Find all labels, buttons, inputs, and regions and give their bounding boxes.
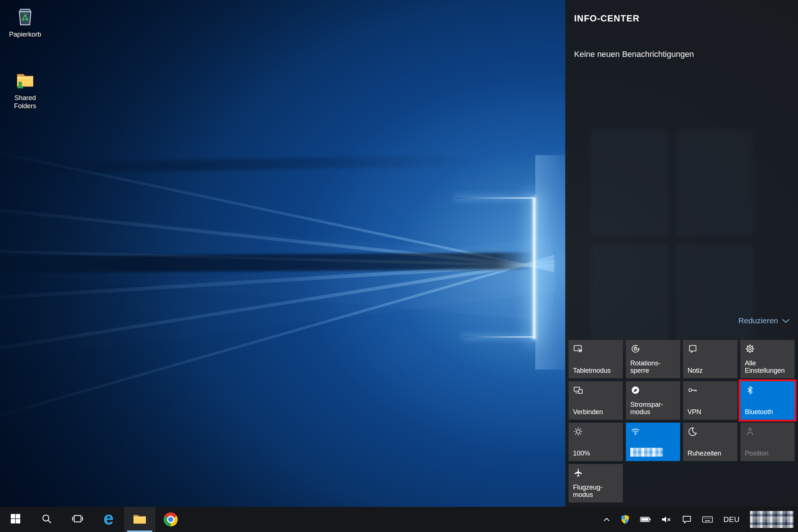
quiet-hours-moon-icon: [688, 426, 733, 437]
no-notifications-text: Keine neuen Benachrichtigungen: [574, 50, 694, 59]
tile-label: Notiz: [688, 367, 733, 375]
chrome-icon: [164, 512, 178, 526]
light-beam: [0, 259, 555, 358]
tile-rotation-lock[interactable]: Rotations-sperre: [626, 340, 680, 378]
system-tray: DEU: [603, 507, 798, 532]
bluetooth-icon: [745, 385, 790, 395]
window-edge-glow: [464, 336, 534, 338]
tile-airplane-mode[interactable]: Flugzeug-modus: [569, 464, 623, 502]
shared-folders-icon: [14, 69, 36, 92]
tile-label: Alle Einstellungen: [745, 359, 790, 375]
action-center-icon[interactable]: [682, 515, 692, 524]
tile-tablet-mode[interactable]: Tabletmodus: [569, 340, 623, 378]
note-icon: [688, 344, 733, 354]
tile-label: Ruhezeiten: [688, 450, 733, 457]
tray-expand-chevron-icon[interactable]: [603, 517, 610, 522]
airplane-icon: [573, 468, 618, 478]
tile-label: Position: [745, 450, 790, 457]
window-edge-glow: [456, 197, 534, 199]
task-view-icon: [72, 513, 83, 526]
tile-label: Rotations-sperre: [630, 359, 676, 375]
location-icon: [745, 426, 790, 437]
light-beam: [0, 255, 555, 422]
wifi-icon: [630, 426, 676, 437]
taskbar: e: [0, 507, 798, 532]
tile-label: Verbinden: [573, 408, 618, 416]
tile-battery-saver[interactable]: Stromspar-modus: [626, 381, 680, 420]
action-center-title: INFO-CENTER: [574, 13, 640, 24]
recycle-bin-icon: [14, 5, 36, 29]
edge-button[interactable]: e: [93, 507, 124, 532]
battery-icon[interactable]: [640, 516, 651, 523]
action-center-panel: INFO-CENTER Keine neuen Benachrichtigung…: [565, 0, 798, 507]
quick-actions-grid: Tabletmodus Rotations-sperre Notiz: [569, 340, 795, 502]
search-icon: [41, 513, 52, 526]
desktop-icon-label: Papierkorb: [9, 30, 41, 39]
start-button[interactable]: [0, 507, 31, 532]
collapse-label: Reduzieren: [739, 316, 778, 325]
tile-brightness[interactable]: 100%: [569, 423, 623, 461]
tile-all-settings[interactable]: Alle Einstellungen: [740, 340, 795, 378]
search-button[interactable]: [31, 507, 62, 532]
tile-location: Position: [740, 423, 795, 461]
chevron-down-icon: [782, 316, 790, 325]
rotation-lock-icon: [630, 344, 676, 354]
battery-saver-icon: [630, 385, 676, 395]
tile-bluetooth[interactable]: Bluetooth: [740, 381, 795, 420]
edge-icon: e: [103, 509, 114, 528]
tile-connect[interactable]: Verbinden: [569, 381, 623, 420]
file-explorer-icon: [132, 512, 147, 526]
language-indicator[interactable]: DEU: [723, 515, 740, 524]
brightness-icon: [573, 426, 618, 437]
tile-label: Flugzeug-modus: [573, 484, 618, 499]
tile-label: Bluetooth: [745, 408, 790, 416]
task-view-button[interactable]: [62, 507, 93, 532]
window-glow: [535, 155, 565, 369]
wallpaper-dark-band: [0, 155, 480, 174]
settings-gear-icon: [745, 344, 790, 354]
wifi-network-name-redacted: [630, 448, 663, 457]
tile-note[interactable]: Notiz: [683, 340, 737, 378]
vpn-icon: [688, 385, 733, 395]
volume-muted-icon[interactable]: [661, 515, 672, 524]
windows-start-icon: [10, 514, 21, 525]
file-explorer-button[interactable]: [124, 507, 155, 532]
defender-shield-icon[interactable]: [621, 515, 630, 524]
tile-label: Tabletmodus: [573, 367, 618, 375]
tablet-mode-icon: [573, 344, 618, 354]
desktop-icon-recycle-bin[interactable]: Papierkorb: [1, 5, 49, 38]
window-edge-glow: [533, 198, 535, 339]
wallpaper-ghost-panes: [591, 129, 754, 351]
chrome-button[interactable]: [155, 507, 186, 532]
tile-label: Stromspar-modus: [630, 401, 676, 416]
touch-keyboard-icon[interactable]: [702, 515, 713, 524]
wallpaper-dark-band: [0, 252, 539, 273]
clock-redacted[interactable]: [750, 511, 794, 528]
tile-label: VPN: [688, 408, 733, 416]
tile-quiet-hours[interactable]: Ruhezeiten: [683, 423, 737, 461]
tile-label: 100%: [573, 450, 618, 457]
collapse-button[interactable]: Reduzieren: [739, 316, 790, 325]
desktop-icon-label: Shared Folders: [5, 94, 45, 110]
desktop-icon-shared-folders[interactable]: Shared Folders: [1, 69, 49, 110]
connect-icon: [573, 385, 618, 395]
tile-vpn[interactable]: VPN: [683, 381, 737, 420]
tile-wifi[interactable]: [626, 423, 680, 461]
